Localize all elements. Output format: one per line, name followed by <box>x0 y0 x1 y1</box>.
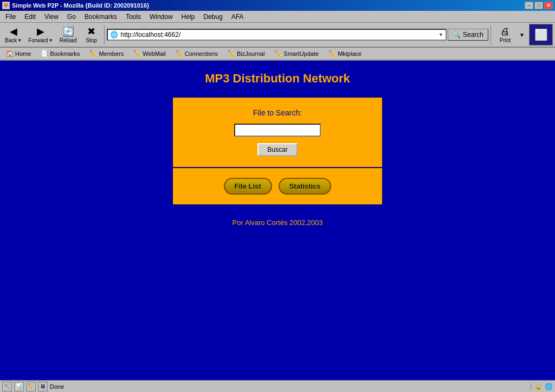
reload-icon: 🔄 <box>62 27 74 36</box>
forward-arrow-icon: ▼ <box>49 38 53 43</box>
bm-members-label: Members <box>99 50 124 57</box>
bottom-panel: File List Statistics <box>173 168 382 204</box>
stop-icon: ✖ <box>87 27 95 36</box>
menu-go[interactable]: Go <box>63 11 80 22</box>
search-magnifier-icon: 🔍 <box>453 31 461 38</box>
bizjournal-icon: ✏️ <box>228 50 236 57</box>
status-bar: 🔧 📊 ✏️ 🖥 Done 🔒 🌐 <box>0 380 555 392</box>
stop-button[interactable]: ✖ Stop <box>80 24 102 46</box>
back-button[interactable]: ◀ Back ▼ <box>2 24 24 46</box>
menu-window[interactable]: Window <box>145 11 177 22</box>
statistics-button[interactable]: Statistics <box>279 178 332 195</box>
bm-bizjournal[interactable]: ✏️ BizJournal <box>224 48 268 59</box>
window-controls: ─ □ ✕ <box>525 2 553 9</box>
menu-edit[interactable]: Edit <box>20 11 40 22</box>
toolbar-separator <box>104 25 105 44</box>
status-icon-3[interactable]: ✏️ <box>26 382 36 391</box>
toolbar-separator-2 <box>491 25 491 44</box>
menu-bar: File Edit View Go Bookmarks Tools Window… <box>0 11 555 23</box>
search-panel: File to Search: Buscar <box>173 98 382 168</box>
bm-bookmarks[interactable]: 📑 Bookmarks <box>37 48 83 59</box>
bookmarks-icon: 📑 <box>41 50 49 57</box>
reload-label: Reload <box>60 37 77 43</box>
menu-tools[interactable]: Tools <box>121 11 145 22</box>
maximize-button[interactable]: □ <box>534 2 543 9</box>
address-globe-icon: 🌐 <box>110 31 118 38</box>
search-button[interactable]: 🔍 Search <box>448 29 488 41</box>
search-label: Search <box>463 31 483 38</box>
print-button[interactable]: 🖨 Print <box>493 24 517 45</box>
menu-bookmarks[interactable]: Bookmarks <box>80 11 121 22</box>
bm-home[interactable]: 🏠 Home <box>2 48 35 59</box>
bm-connections-label: Connections <box>185 50 218 57</box>
close-button[interactable]: ✕ <box>544 2 553 9</box>
status-icon-2[interactable]: 📊 <box>14 382 24 391</box>
app-icon: 🦊 <box>2 2 10 9</box>
bm-bookmarks-label: Bookmarks <box>50 50 80 57</box>
menu-help[interactable]: Help <box>177 11 199 22</box>
smartupdate-icon: ✏️ <box>274 50 282 57</box>
bm-bizjournal-label: BizJournal <box>237 50 264 57</box>
home-icon: 🏠 <box>6 50 14 57</box>
footer-credit: Por Alvaro Cortés 2002,2003 <box>233 219 323 227</box>
back-label: Back <box>5 37 17 43</box>
forward-button[interactable]: ▶ Forward ▼ <box>25 24 56 46</box>
throbber: ⬜ <box>529 24 553 46</box>
title-bar: 🦊 Simple Web P2P - Mozilla {Build ID: 20… <box>0 0 555 11</box>
connections-icon: ✏️ <box>176 50 184 57</box>
file-search-input[interactable] <box>234 124 321 137</box>
page-title: MP3 Distribution Network <box>205 72 350 86</box>
print-label: Print <box>500 37 511 43</box>
bm-smartupdate[interactable]: ✏️ SmartUpdate <box>270 48 322 59</box>
status-right: 🔒 🌐 <box>531 383 553 390</box>
bm-mktplace[interactable]: ✏️ Mktplace <box>325 48 365 59</box>
main-panel: File to Search: Buscar File List Statist… <box>172 97 383 205</box>
address-input[interactable] <box>120 31 436 38</box>
status-icon-1[interactable]: 🔧 <box>2 382 12 391</box>
window-title: Simple Web P2P - Mozilla {Build ID: 2002… <box>12 2 149 9</box>
members-icon: ✏️ <box>89 50 98 57</box>
bm-members[interactable]: ✏️ Members <box>86 48 127 59</box>
address-dropdown-icon[interactable]: ▼ <box>438 32 443 37</box>
menu-afa[interactable]: AFA <box>227 11 248 22</box>
forward-icon: ▶ <box>37 27 44 36</box>
file-list-button[interactable]: File List <box>224 178 272 195</box>
bm-mktplace-label: Mktplace <box>338 50 362 57</box>
mktplace-icon: ✏️ <box>328 50 337 57</box>
status-lock-icon: 🔒 <box>534 383 543 390</box>
print-icon: 🖨 <box>500 26 510 37</box>
back-arrow-icon: ▼ <box>17 38 22 43</box>
address-bar: 🌐 ▼ <box>107 29 447 41</box>
menu-debug[interactable]: Debug <box>199 11 227 22</box>
back-icon: ◀ <box>10 27 17 36</box>
bm-home-label: Home <box>15 50 31 57</box>
webmail-icon: ✏️ <box>133 50 141 57</box>
menu-file[interactable]: File <box>1 11 20 22</box>
status-icon-4[interactable]: 🖥 <box>38 382 48 391</box>
status-zone-icon: 🌐 <box>545 383 553 390</box>
bookmarks-bar: 🏠 Home 📑 Bookmarks ✏️ Members ✏️ WebMail… <box>0 48 555 61</box>
bm-webmail-label: WebMail <box>143 50 166 57</box>
minimize-button[interactable]: ─ <box>525 2 533 9</box>
print-arrow-button[interactable]: ▼ <box>518 24 526 46</box>
stop-label: Stop <box>86 37 97 43</box>
forward-label: Forward <box>28 37 48 43</box>
menu-view[interactable]: View <box>40 11 63 22</box>
toolbar: ◀ Back ▼ ▶ Forward ▼ 🔄 Reload ✖ Stop 🌐 ▼… <box>0 23 555 48</box>
throbber-icon: ⬜ <box>534 28 548 41</box>
browser-content: MP3 Distribution Network File to Search:… <box>0 61 555 380</box>
print-dropdown-icon: ▼ <box>519 32 525 38</box>
status-icons: 🔧 📊 ✏️ 🖥 <box>2 382 48 391</box>
buscar-button[interactable]: Buscar <box>257 143 297 156</box>
status-text: Done <box>50 383 528 390</box>
reload-button[interactable]: 🔄 Reload <box>57 24 80 46</box>
bm-webmail[interactable]: ✏️ WebMail <box>130 48 170 59</box>
bm-connections[interactable]: ✏️ Connections <box>172 48 222 59</box>
bm-smartupdate-label: SmartUpdate <box>283 50 319 57</box>
file-label: File to Search: <box>253 108 302 117</box>
